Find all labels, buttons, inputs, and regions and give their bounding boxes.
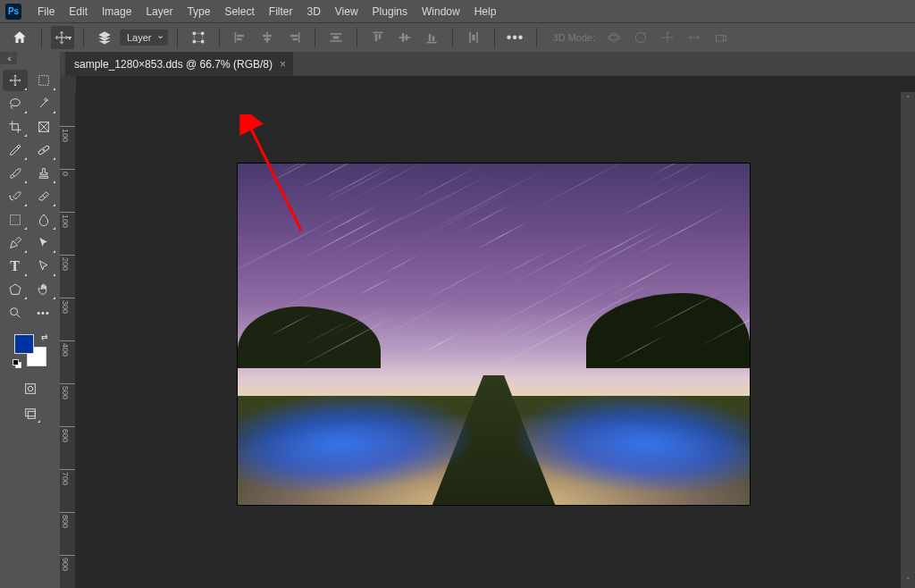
swap-colors-button[interactable]: ⇄ xyxy=(41,332,48,341)
menu-help[interactable]: Help xyxy=(467,5,504,18)
svg-rect-32 xyxy=(717,36,724,41)
svg-rect-4 xyxy=(201,41,203,43)
3d-orbit-button[interactable] xyxy=(602,26,625,49)
distribute-h-button[interactable] xyxy=(324,26,348,49)
3d-camera-button[interactable] xyxy=(709,26,733,49)
default-colors-button[interactable] xyxy=(13,359,21,368)
align-right-icon xyxy=(287,30,301,45)
close-tab-button[interactable]: × xyxy=(280,58,286,71)
move-icon xyxy=(8,73,22,88)
brush-tool[interactable] xyxy=(3,163,28,184)
document-tab-label: sample_1280×853.dds @ 66.7% (RGB/8) xyxy=(74,58,273,71)
align-left-button[interactable] xyxy=(229,26,252,49)
menu-select[interactable]: Select xyxy=(217,5,261,18)
menu-file[interactable]: File xyxy=(30,5,62,18)
menu-type[interactable]: Type xyxy=(180,5,217,18)
eyedropper-tool[interactable] xyxy=(3,139,28,161)
marquee-icon xyxy=(37,73,51,88)
ruler-tick-label: 600 xyxy=(61,429,70,442)
history-brush-tool[interactable] xyxy=(3,186,28,207)
svg-rect-21 xyxy=(401,33,403,42)
path-select-tool[interactable] xyxy=(31,232,56,254)
workspace: T ••• ⇄ sample_1280×853.dds @ 66.7% (RGB… xyxy=(0,52,915,588)
svg-point-41 xyxy=(10,308,17,315)
move-tool[interactable] xyxy=(3,70,28,91)
svg-point-29 xyxy=(609,33,618,42)
svg-rect-33 xyxy=(38,76,48,86)
menu-3d[interactable]: 3D xyxy=(299,5,327,18)
shape-tool[interactable] xyxy=(3,279,28,300)
scroll-down-button[interactable]: ˅ xyxy=(901,574,915,588)
stamp-icon xyxy=(37,166,51,181)
screen-mode-button[interactable] xyxy=(20,404,41,424)
panel-collapse-button[interactable]: ‹‹ xyxy=(0,52,17,64)
scroll-up-button[interactable]: ˄ xyxy=(901,92,915,106)
3d-roll-button[interactable] xyxy=(629,26,652,49)
home-button[interactable] xyxy=(7,25,32,50)
ruler-tick-label: 300 xyxy=(61,300,70,314)
svg-rect-14 xyxy=(330,33,341,35)
svg-rect-28 xyxy=(472,35,474,40)
canvas-viewport[interactable] xyxy=(76,92,901,588)
canvas[interactable] xyxy=(238,164,750,505)
distribute-v-button[interactable] xyxy=(462,26,485,49)
chevron-up-icon: ˄ xyxy=(906,95,911,104)
3d-slide-button[interactable] xyxy=(683,26,706,49)
move-tool-indicator[interactable]: ▾ xyxy=(51,26,74,49)
foreground-color-swatch[interactable] xyxy=(14,334,34,354)
rect-marquee-tool[interactable] xyxy=(31,70,56,91)
menu-window[interactable]: Window xyxy=(415,5,467,18)
vertical-scrollbar[interactable]: ˄ ˅ xyxy=(901,92,915,588)
menu-edit[interactable]: Edit xyxy=(62,5,95,18)
document-tab[interactable]: sample_1280×853.dds @ 66.7% (RGB/8) × xyxy=(65,52,293,76)
quick-mask-button[interactable] xyxy=(20,379,41,399)
app-logo[interactable]: Ps xyxy=(5,4,21,20)
menu-layer[interactable]: Layer xyxy=(139,5,180,18)
camera-icon xyxy=(714,30,728,45)
align-top-button[interactable] xyxy=(366,26,390,49)
orbit-icon xyxy=(607,30,621,45)
vertical-ruler[interactable]: 01000100200300400500600700800900 xyxy=(60,92,76,588)
svg-rect-2 xyxy=(201,32,203,34)
more-options-button[interactable]: ••• xyxy=(504,26,527,49)
gradient-tool[interactable] xyxy=(3,209,28,231)
blur-tool[interactable] xyxy=(31,209,56,231)
align-right-button[interactable] xyxy=(282,26,306,49)
svg-rect-22 xyxy=(405,35,407,40)
clone-stamp-tool[interactable] xyxy=(31,163,56,184)
quick-select-tool[interactable] xyxy=(31,93,56,114)
hand-tool[interactable] xyxy=(31,279,56,300)
frame-tool[interactable] xyxy=(31,116,56,138)
align-bottom-button[interactable] xyxy=(420,26,443,49)
eraser-tool[interactable] xyxy=(31,186,56,207)
auto-select-toggle[interactable] xyxy=(93,26,116,49)
svg-rect-25 xyxy=(432,36,433,41)
healing-brush-tool[interactable] xyxy=(31,139,56,161)
lasso-tool[interactable] xyxy=(3,93,28,114)
menu-filter[interactable]: Filter xyxy=(262,5,300,18)
svg-rect-20 xyxy=(399,37,410,38)
menu-image[interactable]: Image xyxy=(95,5,139,18)
transform-controls-toggle[interactable] xyxy=(187,26,210,49)
edit-toolbar-button[interactable]: ••• xyxy=(31,302,56,323)
crop-tool[interactable] xyxy=(3,116,28,138)
3d-pan-button[interactable] xyxy=(656,26,679,49)
ruler-origin[interactable] xyxy=(60,76,76,92)
transform-target-select[interactable]: Layer xyxy=(120,29,168,46)
ruler-tick-label: 700 xyxy=(61,472,70,485)
type-tool[interactable]: T xyxy=(3,256,28,277)
svg-rect-11 xyxy=(298,32,299,42)
align-left-icon xyxy=(233,30,248,45)
gradient-icon xyxy=(8,213,22,227)
pen-tool[interactable] xyxy=(3,232,28,254)
zoom-tool[interactable] xyxy=(3,302,28,323)
swap-icon: ⇄ xyxy=(41,332,48,341)
menu-view[interactable]: View xyxy=(328,5,365,18)
align-hcenter-button[interactable] xyxy=(256,26,279,49)
blur-icon xyxy=(37,213,51,227)
align-vcenter-button[interactable] xyxy=(393,26,416,49)
direct-select-tool[interactable] xyxy=(31,256,56,277)
svg-rect-19 xyxy=(378,34,380,39)
menu-plugins[interactable]: Plugins xyxy=(365,5,415,18)
svg-rect-44 xyxy=(25,409,35,416)
